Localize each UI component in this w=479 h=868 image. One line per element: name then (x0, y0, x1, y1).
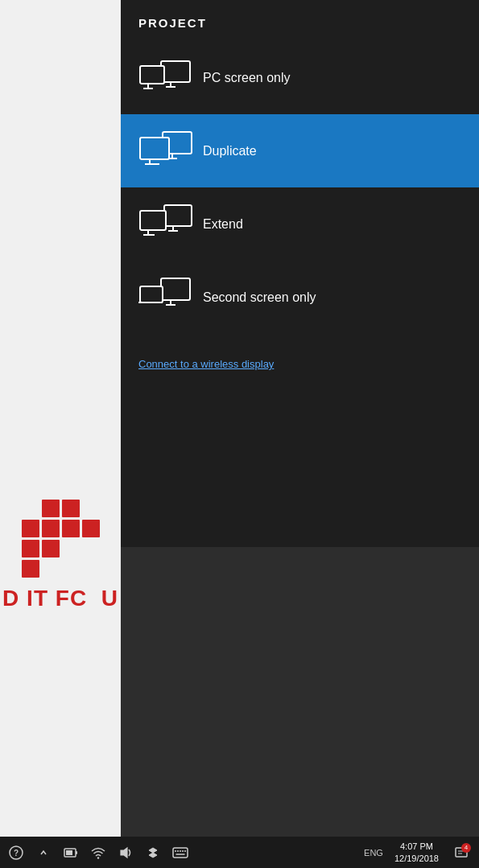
duplicate-item[interactable]: Duplicate (121, 114, 479, 187)
wifi-icon[interactable] (86, 841, 110, 865)
svg-rect-25 (66, 850, 72, 855)
duplicate-icon (138, 129, 203, 173)
extend-label: Extend (203, 217, 243, 232)
taskbar-right: ENG 4:07 PM 12/19/2018 4 (364, 841, 479, 864)
svg-rect-15 (140, 211, 166, 230)
taskbar: ? (0, 837, 479, 868)
svg-marker-29 (149, 848, 153, 853)
svg-marker-32 (153, 853, 157, 858)
svg-rect-33 (173, 848, 188, 858)
keyboard-icon[interactable] (168, 841, 192, 865)
connect-wireless-link[interactable]: Connect to a wireless display (121, 342, 479, 386)
taskbar-left: ? (0, 841, 192, 865)
svg-rect-9 (140, 138, 169, 159)
second-screen-only-label: Second screen only (203, 290, 316, 305)
volume-icon[interactable] (114, 841, 138, 865)
logo-area: D IT FC U (0, 0, 121, 837)
svg-rect-18 (161, 278, 190, 300)
svg-marker-31 (149, 853, 153, 858)
notification-badge: 4 (461, 843, 471, 853)
clock-date: 12/19/2018 (394, 853, 439, 864)
svg-rect-0 (161, 61, 190, 82)
pc-screen-only-item[interactable]: PC screen only (121, 42, 479, 114)
pc-screen-only-label: PC screen only (203, 71, 291, 85)
svg-rect-26 (76, 851, 77, 854)
pc-screen-only-icon (138, 58, 203, 98)
svg-rect-12 (164, 205, 192, 226)
logo-blocks (22, 500, 100, 578)
system-clock[interactable]: 4:07 PM 12/19/2018 (390, 841, 444, 864)
clock-time: 4:07 PM (400, 841, 433, 852)
language-indicator[interactable]: ENG (364, 848, 383, 858)
battery-icon[interactable] (59, 841, 83, 865)
svg-rect-21 (140, 286, 163, 302)
panel-title: PROJECT (121, 0, 479, 42)
extend-icon (138, 202, 203, 246)
dropbox-icon[interactable] (141, 841, 165, 865)
project-panel: PROJECT PC screen only (121, 0, 479, 547)
svg-point-27 (97, 857, 99, 858)
logo-text: D IT FC U (2, 586, 118, 611)
help-icon[interactable]: ? (4, 841, 28, 865)
duplicate-label: Duplicate (203, 144, 257, 158)
svg-text:?: ? (14, 849, 19, 858)
svg-marker-30 (153, 848, 157, 853)
second-screen-only-item[interactable]: Second screen only (121, 261, 479, 334)
show-hidden-icons[interactable] (31, 841, 56, 865)
extend-item[interactable]: Extend (121, 187, 479, 261)
svg-rect-3 (140, 66, 164, 84)
second-screen-only-icon (138, 275, 203, 319)
notification-center[interactable]: 4 (450, 841, 473, 864)
